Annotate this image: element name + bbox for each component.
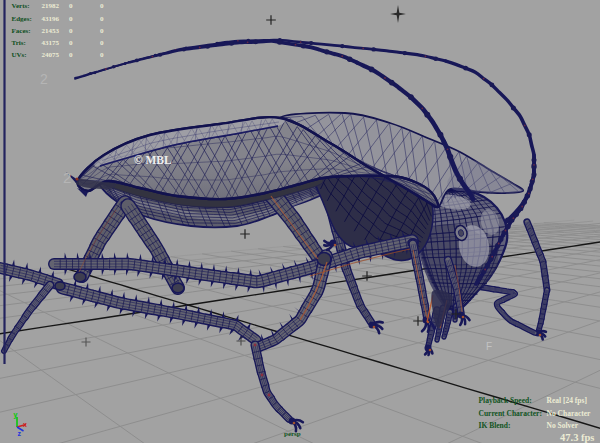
svg-text:0: 0 bbox=[69, 15, 73, 23]
svg-text:persp: persp bbox=[284, 430, 301, 438]
svg-text:Playback Speed:: Playback Speed: bbox=[479, 396, 532, 405]
svg-text:Current Character:: Current Character: bbox=[479, 409, 542, 418]
svg-text:0: 0 bbox=[69, 27, 73, 35]
svg-text:0: 0 bbox=[69, 39, 73, 47]
svg-text:Real [24 fps]: Real [24 fps] bbox=[547, 396, 587, 405]
svg-text:2: 2 bbox=[40, 71, 48, 87]
svg-text:UVs:: UVs: bbox=[12, 51, 27, 59]
svg-text:x: x bbox=[23, 421, 27, 428]
svg-text:21453: 21453 bbox=[42, 27, 60, 35]
svg-text:0: 0 bbox=[100, 39, 104, 47]
svg-text:z: z bbox=[18, 430, 22, 437]
svg-text:47.3 fps: 47.3 fps bbox=[560, 432, 594, 443]
svg-text:0: 0 bbox=[100, 51, 104, 59]
svg-text:0: 0 bbox=[100, 15, 104, 23]
svg-text:No Character: No Character bbox=[547, 409, 592, 418]
svg-text:IK Blend:: IK Blend: bbox=[479, 421, 511, 430]
svg-text:21982: 21982 bbox=[42, 2, 60, 10]
svg-text:0: 0 bbox=[100, 27, 104, 35]
svg-text:2: 2 bbox=[63, 169, 71, 186]
svg-text:Faces:: Faces: bbox=[12, 27, 31, 35]
svg-text:43196: 43196 bbox=[42, 15, 60, 23]
svg-text:F: F bbox=[486, 341, 492, 352]
svg-text:Edges:: Edges: bbox=[12, 15, 32, 23]
svg-text:0: 0 bbox=[69, 2, 73, 10]
svg-text:No Solver: No Solver bbox=[547, 421, 579, 430]
svg-text:© MBL: © MBL bbox=[134, 154, 172, 166]
svg-text:y: y bbox=[14, 411, 18, 419]
svg-text:Verts:: Verts: bbox=[12, 2, 30, 10]
svg-text:24075: 24075 bbox=[42, 51, 60, 59]
svg-text:0: 0 bbox=[69, 51, 73, 59]
svg-text:43175: 43175 bbox=[42, 39, 60, 47]
svg-text:Tris:: Tris: bbox=[12, 39, 26, 47]
svg-text:0: 0 bbox=[100, 2, 104, 10]
